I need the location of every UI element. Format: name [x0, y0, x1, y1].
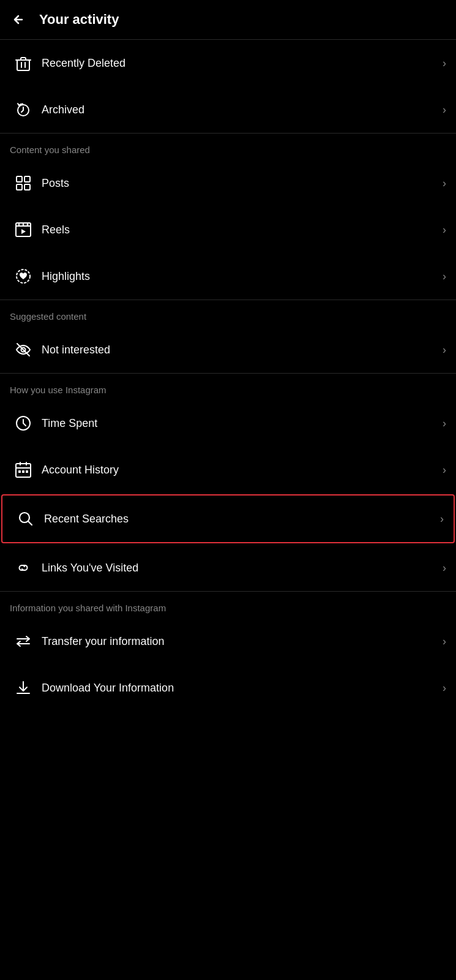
menu-item-transfer-info[interactable]: Transfer your information ›	[0, 618, 456, 665]
archived-label: Archived	[42, 104, 438, 116]
chevron-icon: ›	[443, 464, 446, 477]
menu-item-download-info[interactable]: Download Your Information ›	[0, 665, 456, 711]
svg-rect-14	[18, 470, 21, 473]
not-interested-icon	[10, 336, 37, 363]
transfer-info-label: Transfer your information	[42, 635, 438, 648]
back-button[interactable]	[10, 11, 27, 28]
svg-point-9	[27, 224, 29, 225]
search-icon	[12, 505, 39, 532]
menu-item-recent-searches[interactable]: Recent Searches ›	[1, 494, 455, 543]
section-label-how-you-use: How you use Instagram	[0, 374, 456, 400]
chevron-icon: ›	[443, 635, 446, 648]
chevron-icon: ›	[443, 224, 446, 236]
reels-label: Reels	[42, 224, 438, 236]
menu-item-time-spent[interactable]: Time Spent ›	[0, 400, 456, 447]
section-label-suggested: Suggested content	[0, 300, 456, 326]
menu-item-reels[interactable]: Reels ›	[0, 206, 456, 253]
svg-rect-5	[24, 184, 30, 190]
download-info-label: Download Your Information	[42, 682, 438, 695]
reels-icon	[10, 216, 37, 243]
back-arrow-icon	[10, 11, 27, 28]
highlights-icon	[10, 263, 37, 290]
menu-item-not-interested[interactable]: Not interested ›	[0, 326, 456, 373]
menu-item-links-visited[interactable]: Links You've Visited ›	[0, 545, 456, 591]
svg-rect-16	[26, 470, 28, 473]
chevron-icon: ›	[443, 57, 446, 70]
time-spent-label: Time Spent	[42, 417, 438, 430]
chevron-icon: ›	[440, 513, 444, 526]
archive-icon	[10, 96, 37, 123]
page-title: Your activity	[39, 12, 119, 28]
menu-item-archived[interactable]: Archived ›	[0, 86, 456, 133]
menu-item-posts[interactable]: Posts ›	[0, 160, 456, 206]
chevron-icon: ›	[443, 682, 446, 695]
menu-item-recently-deleted[interactable]: Recently Deleted ›	[0, 40, 456, 86]
trash-icon	[10, 50, 37, 77]
menu-item-account-history[interactable]: Account History ›	[0, 447, 456, 493]
svg-rect-0	[17, 60, 29, 70]
header: Your activity	[0, 0, 456, 39]
chevron-icon: ›	[443, 344, 446, 356]
svg-point-8	[23, 224, 24, 225]
section-label-content-shared: Content you shared	[0, 134, 456, 160]
chevron-icon: ›	[443, 562, 446, 575]
account-history-label: Account History	[42, 464, 438, 477]
calendar-icon	[10, 456, 37, 483]
section-label-info-shared: Information you shared with Instagram	[0, 592, 456, 618]
chevron-icon: ›	[443, 104, 446, 116]
svg-rect-15	[22, 470, 24, 473]
not-interested-label: Not interested	[42, 344, 438, 356]
grid-icon	[10, 170, 37, 197]
recent-searches-label: Recent Searches	[44, 513, 435, 526]
chevron-icon: ›	[443, 270, 446, 283]
menu-item-highlights[interactable]: Highlights ›	[0, 253, 456, 300]
link-icon	[10, 554, 37, 581]
highlights-label: Highlights	[42, 270, 438, 283]
svg-point-7	[18, 224, 20, 225]
download-icon	[10, 674, 37, 701]
svg-rect-2	[17, 176, 22, 182]
posts-label: Posts	[42, 177, 438, 190]
svg-rect-4	[17, 184, 22, 190]
clock-icon	[10, 410, 37, 437]
svg-rect-3	[24, 176, 30, 182]
transfer-icon	[10, 628, 37, 655]
links-visited-label: Links You've Visited	[42, 562, 438, 575]
recently-deleted-label: Recently Deleted	[42, 57, 438, 70]
chevron-icon: ›	[443, 417, 446, 430]
chevron-icon: ›	[443, 177, 446, 190]
